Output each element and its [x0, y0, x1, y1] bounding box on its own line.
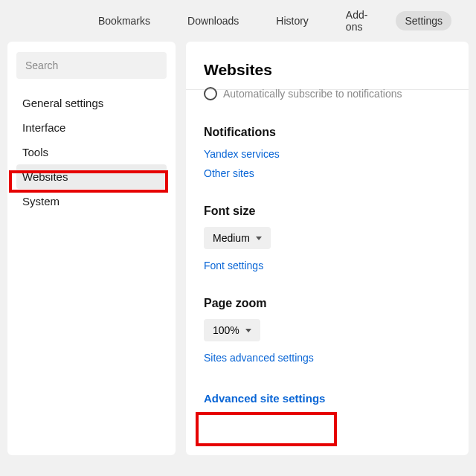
nav-history[interactable]: History [267, 11, 318, 30]
sidebar-item-websites[interactable]: Websites [16, 164, 167, 189]
fontsize-value: Medium [213, 232, 250, 244]
pagezoom-title: Page zoom [204, 297, 451, 310]
fontsize-title: Font size [204, 205, 451, 218]
chevron-down-icon [245, 329, 251, 332]
truncated-row[interactable]: Automatically subscribe to notifications [204, 87, 451, 100]
nav-addons[interactable]: Add-ons [337, 5, 377, 36]
nav-settings[interactable]: Settings [396, 11, 451, 30]
radio-icon [204, 87, 217, 100]
section-fontsize: Font size Medium Font settings [204, 205, 451, 271]
sidebar-item-system[interactable]: System [16, 189, 167, 213]
section-advanced: Advanced site settings [204, 386, 451, 405]
top-nav: Bookmarks Downloads History Add-ons Sett… [0, 0, 476, 42]
truncated-label: Automatically subscribe to notifications [223, 88, 402, 100]
fontsize-select[interactable]: Medium [204, 227, 271, 249]
page-title: Websites [204, 61, 451, 79]
search-input[interactable]: Search [16, 52, 167, 79]
link-yandex-services[interactable]: Yandex services [204, 148, 451, 160]
link-sites-advanced[interactable]: Sites advanced settings [204, 352, 451, 364]
sidebar-item-general[interactable]: General settings [16, 91, 167, 115]
pagezoom-select[interactable]: 100% [204, 319, 260, 341]
section-pagezoom: Page zoom 100% Sites advanced settings [204, 297, 451, 364]
link-other-sites[interactable]: Other sites [204, 167, 451, 179]
main-panel: Websites Automatically subscribe to noti… [186, 42, 469, 455]
nav-bookmarks[interactable]: Bookmarks [89, 11, 159, 30]
link-font-settings[interactable]: Font settings [204, 260, 451, 271]
section-notifications: Notifications Yandex services Other site… [204, 126, 451, 179]
link-advanced-site-settings[interactable]: Advanced site settings [204, 392, 325, 405]
chevron-down-icon [256, 237, 262, 240]
pagezoom-value: 100% [213, 324, 239, 336]
sidebar: Search General settings Interface Tools … [7, 42, 176, 455]
sidebar-item-interface[interactable]: Interface [16, 115, 167, 140]
nav-downloads[interactable]: Downloads [178, 11, 248, 30]
sidebar-item-tools[interactable]: Tools [16, 140, 167, 164]
nav-protect[interactable]: Protect [471, 11, 476, 30]
notifications-title: Notifications [204, 126, 451, 139]
